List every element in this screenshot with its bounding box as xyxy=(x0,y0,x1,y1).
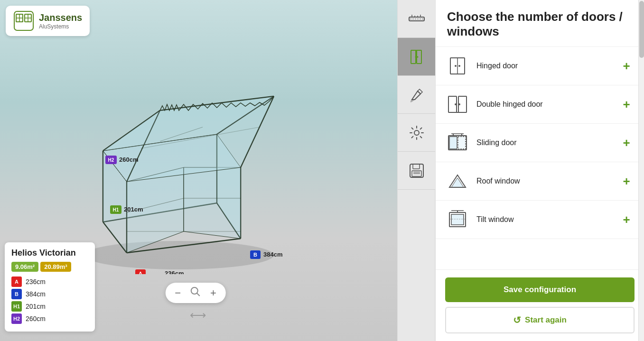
logo-container: Janssens AluSystems xyxy=(6,6,90,36)
tool-paint[interactable] xyxy=(398,76,436,114)
hinged-door-label: Hinged door xyxy=(476,62,612,70)
rotate-indicator: ⟷ xyxy=(190,309,206,322)
info-metrics: 9.06m² 20.89m³ xyxy=(11,262,88,272)
dim-h1-value: 201cm xyxy=(26,303,46,310)
panel-footer: Save configuration ↺ Start again xyxy=(436,269,644,341)
svg-text:A: A xyxy=(139,271,142,274)
roof-window-icon-container xyxy=(445,169,470,194)
start-again-button[interactable]: ↺ Start again xyxy=(445,307,635,333)
option-list: Hinged door + Double hinged door + xyxy=(436,47,644,269)
option-double-hinged-door: Double hinged door + xyxy=(436,85,644,124)
svg-point-62 xyxy=(417,56,419,57)
svg-point-72 xyxy=(458,65,460,67)
svg-point-8 xyxy=(84,241,274,269)
right-panel: Choose the number of doors / windows Hin… xyxy=(435,0,644,341)
zoom-search-icon xyxy=(190,286,201,299)
logo-name: Janssens xyxy=(39,12,82,23)
dim-row-b: B 384cm xyxy=(11,289,88,299)
svg-point-76 xyxy=(455,103,457,105)
start-again-label: Start again xyxy=(525,315,567,325)
sliding-door-icon xyxy=(447,132,468,154)
svg-text:B: B xyxy=(253,252,257,258)
tilt-window-icon xyxy=(447,209,468,230)
add-sliding-door-button[interactable]: + xyxy=(618,135,635,151)
svg-rect-65 xyxy=(413,164,420,169)
option-hinged-door: Hinged door + xyxy=(436,47,644,85)
svg-line-50 xyxy=(197,293,200,296)
svg-rect-81 xyxy=(458,137,466,149)
start-again-icon: ↺ xyxy=(513,314,521,326)
double-hinged-door-icon xyxy=(447,93,468,115)
svg-text:384cm: 384cm xyxy=(263,251,282,258)
logo-icon xyxy=(13,10,34,31)
area-m2: 9.06m² xyxy=(11,262,38,272)
save-configuration-button[interactable]: Save configuration xyxy=(445,277,635,302)
svg-point-61 xyxy=(415,56,417,57)
label-b: B xyxy=(11,289,22,299)
option-roof-window: Roof window + xyxy=(436,162,644,201)
svg-rect-89 xyxy=(451,214,464,225)
dim-row-h2: H2 260cm xyxy=(11,313,88,324)
option-sliding-door: Sliding door + xyxy=(436,124,644,162)
sliding-door-label: Sliding door xyxy=(476,138,612,147)
roof-window-label: Roof window xyxy=(476,177,612,185)
svg-point-63 xyxy=(414,130,419,135)
dim-a-value: 236cm xyxy=(26,278,46,286)
label-a: A xyxy=(11,276,22,287)
svg-marker-86 xyxy=(451,178,464,187)
tool-measure[interactable] xyxy=(398,0,436,38)
dim-b-value: 384cm xyxy=(26,290,46,298)
save-icon xyxy=(408,162,425,179)
tool-door[interactable] xyxy=(398,38,436,76)
dim-h2-value: 260cm xyxy=(26,315,46,323)
label-h1: H1 xyxy=(11,301,22,312)
logo-sub: AluSystems xyxy=(39,23,82,30)
greenhouse-name: Helios Victorian xyxy=(11,248,88,258)
svg-point-49 xyxy=(191,287,198,294)
paint-icon xyxy=(408,86,425,103)
option-tilt-window: Tilt window + xyxy=(436,201,644,239)
sidebar-tools xyxy=(397,0,435,341)
panel-header: Choose the number of doors / windows xyxy=(436,0,644,47)
hinged-door-icon-container xyxy=(445,54,470,78)
add-hinged-door-button[interactable]: + xyxy=(618,58,635,74)
zoom-in-button[interactable]: + xyxy=(210,288,216,298)
logo-text: Janssens AluSystems xyxy=(39,12,82,30)
tilt-window-icon-container xyxy=(445,207,470,232)
svg-text:H1: H1 xyxy=(112,207,119,212)
svg-text:260cm: 260cm xyxy=(119,156,138,163)
label-h2: H2 xyxy=(11,313,22,324)
dim-row-h1: H1 201cm xyxy=(11,301,88,312)
settings-icon xyxy=(408,124,425,141)
zoom-out-button[interactable]: − xyxy=(175,288,181,298)
hinged-door-icon xyxy=(447,55,468,77)
svg-point-71 xyxy=(455,65,457,67)
sliding-door-icon-container xyxy=(445,130,470,155)
svg-point-77 xyxy=(458,103,460,105)
svg-text:H2: H2 xyxy=(108,157,114,163)
panel-title: Choose the number of doors / windows xyxy=(447,9,633,39)
measure-icon xyxy=(408,10,425,28)
svg-text:201cm: 201cm xyxy=(124,206,143,213)
add-double-hinged-door-button[interactable]: + xyxy=(618,96,635,112)
door-icon xyxy=(408,48,425,65)
svg-rect-80 xyxy=(449,137,457,149)
area-m3: 20.89m³ xyxy=(40,262,71,272)
svg-text:236cm: 236cm xyxy=(165,270,184,274)
double-hinged-door-label: Double hinged door xyxy=(476,100,612,109)
dim-row-a: A 236cm xyxy=(11,276,88,287)
add-tilt-window-button[interactable]: + xyxy=(618,212,635,228)
tilt-window-label: Tilt window xyxy=(476,215,612,224)
add-roof-window-button[interactable]: + xyxy=(618,173,635,189)
scrollbar-thumb[interactable] xyxy=(639,1,644,58)
info-panel: Helios Victorian 9.06m² 20.89m³ A 236cm … xyxy=(5,242,95,332)
roof-window-icon xyxy=(447,170,468,192)
main-viewport: Janssens AluSystems xyxy=(0,0,397,341)
tool-save[interactable] xyxy=(398,152,436,190)
zoom-controls: − + xyxy=(165,283,226,303)
tool-settings[interactable] xyxy=(398,114,436,152)
double-hinged-door-icon-container xyxy=(445,92,470,117)
scrollbar-track[interactable] xyxy=(638,0,644,341)
